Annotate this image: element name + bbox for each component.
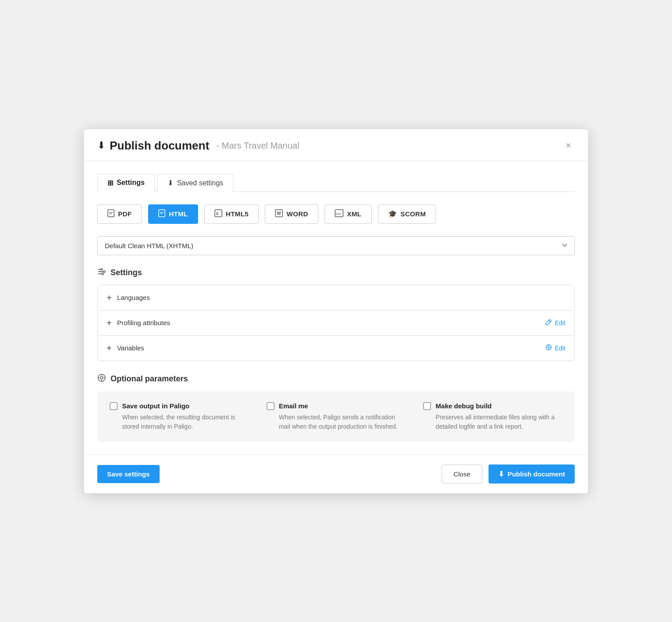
pdf-icon (107, 209, 115, 219)
settings-section-icon (97, 268, 106, 278)
close-button[interactable]: × (562, 139, 575, 152)
pdf-label: PDF (118, 210, 132, 218)
save-settings-button[interactable]: Save settings (97, 465, 160, 483)
collapsible-profiling-attributes[interactable]: + Profiling attributes Edit (98, 311, 574, 336)
tabs-bar: ⊞ Settings ⬇ Saved settings (97, 173, 575, 192)
format-word-button[interactable]: W WORD (265, 204, 318, 224)
optional-email-me: Email me When selected, Paligo sends a n… (267, 402, 406, 431)
modal-title: Publish document (110, 139, 209, 153)
variables-edit-label: Edit (555, 345, 565, 352)
profiling-left: + Profiling attributes (107, 319, 170, 327)
languages-label: Languages (117, 294, 150, 301)
svg-point-17 (102, 273, 103, 275)
format-buttons-group: PDF HTML 5 H (97, 204, 575, 224)
collapsible-group: + Languages + Profiling attributes (97, 285, 575, 361)
html5-label: HTML5 (226, 210, 249, 218)
modal-subtitle: - Mars Travel Manual (216, 141, 299, 151)
scorm-label: SCORM (401, 210, 426, 218)
variables-edit[interactable]: Edit (545, 344, 565, 352)
modal-header: ⬇ Publish document - Mars Travel Manual … (84, 129, 588, 161)
debug-build-header: Make debug build (423, 402, 562, 410)
debug-build-label: Make debug build (435, 402, 492, 410)
optional-box: Save output in Paligo When selected, the… (97, 392, 575, 442)
optional-section-label: Optional parameters (111, 374, 188, 384)
variables-expand-icon: + (107, 344, 112, 353)
tab-saved-settings-label: Saved settings (177, 179, 223, 187)
svg-text:W: W (277, 211, 281, 216)
settings-section-label: Settings (111, 268, 142, 277)
collapsible-variables[interactable]: + Variables Edit (98, 336, 574, 361)
svg-point-26 (100, 376, 103, 379)
word-icon: W (275, 209, 283, 219)
publish-document-button[interactable]: ⬇ Publish document (489, 465, 575, 484)
email-me-desc: When selected, Paligo sends a notificati… (267, 413, 406, 431)
template-dropdown-row: Default Clean HTML (XHTML) Custom HTML M… (97, 236, 575, 255)
svg-rect-3 (159, 210, 165, 217)
profiling-edit-icon (545, 319, 552, 327)
debug-build-checkbox[interactable] (423, 402, 431, 410)
save-output-checkbox[interactable] (110, 402, 118, 410)
modal-footer: Save settings Close ⬇ Publish document (84, 454, 588, 493)
svg-text:</>: </> (336, 212, 341, 216)
tab-saved-settings[interactable]: ⬇ Saved settings (157, 174, 233, 192)
profiling-expand-icon: + (107, 319, 112, 327)
email-me-checkbox[interactable] (267, 402, 275, 410)
optional-save-output: Save output in Paligo When selected, the… (110, 402, 249, 431)
svg-point-20 (548, 346, 550, 348)
languages-expand-icon: + (107, 293, 112, 302)
svg-point-16 (103, 271, 105, 273)
modal-body: ⊞ Settings ⬇ Saved settings PDF (84, 161, 588, 442)
tab-settings[interactable]: ⊞ Settings (97, 174, 155, 192)
svg-line-18 (549, 320, 550, 322)
save-output-desc: When selected, the resulting document is… (110, 413, 249, 431)
format-scorm-button[interactable]: 🎓 SCORM (378, 204, 436, 224)
svg-rect-0 (108, 210, 114, 217)
publish-button-label: Publish document (508, 470, 565, 478)
svg-point-15 (101, 269, 103, 270)
scorm-icon: 🎓 (388, 210, 397, 218)
close-modal-button[interactable]: Close (442, 465, 482, 484)
publish-icon: ⬇ (97, 140, 105, 151)
tab-settings-label: Settings (117, 179, 145, 187)
optional-section-icon (97, 373, 106, 384)
email-me-header: Email me (267, 402, 406, 410)
optional-debug-build: Make debug build Preserves all intermedi… (423, 402, 562, 431)
save-output-header: Save output in Paligo (110, 402, 249, 410)
format-xml-button[interactable]: </> XML (325, 204, 372, 224)
settings-tab-icon: ⊞ (107, 179, 113, 187)
svg-text:5: 5 (216, 211, 218, 216)
optional-section-header: Optional parameters (97, 373, 575, 384)
footer-left: Save settings (97, 465, 160, 483)
variables-edit-icon (545, 344, 552, 352)
saved-settings-tab-icon: ⬇ (168, 179, 173, 187)
profiling-edit-label: Edit (555, 319, 565, 326)
footer-right: Close ⬇ Publish document (442, 465, 575, 484)
languages-left: + Languages (107, 293, 150, 302)
profiling-edit[interactable]: Edit (545, 319, 565, 327)
debug-build-desc: Preserves all intermediate files along w… (423, 413, 562, 431)
save-output-label: Save output in Paligo (122, 402, 190, 410)
collapsible-languages[interactable]: + Languages (98, 285, 574, 311)
email-me-label: Email me (279, 402, 308, 410)
optional-parameters-section: Optional parameters Save output in Palig… (97, 373, 575, 442)
format-pdf-button[interactable]: PDF (97, 204, 142, 224)
variables-left: + Variables (107, 344, 144, 353)
xml-icon: </> (335, 209, 344, 219)
html5-icon: 5 (214, 209, 222, 219)
publish-button-icon: ⬇ (498, 470, 504, 478)
settings-section-header: Settings (97, 268, 575, 278)
variables-label: Variables (117, 344, 144, 352)
profiling-label: Profiling attributes (117, 319, 170, 326)
publish-document-modal: ⬇ Publish document - Mars Travel Manual … (84, 129, 588, 493)
xml-label: XML (347, 210, 362, 218)
word-label: WORD (286, 210, 308, 218)
format-html5-button[interactable]: 5 HTML5 (204, 204, 259, 224)
html-label: HTML (169, 210, 188, 218)
template-dropdown[interactable]: Default Clean HTML (XHTML) Custom HTML M… (97, 236, 575, 255)
format-html-button[interactable]: HTML (148, 204, 198, 224)
modal-title-area: ⬇ Publish document - Mars Travel Manual (97, 139, 299, 153)
html-icon (158, 209, 165, 219)
